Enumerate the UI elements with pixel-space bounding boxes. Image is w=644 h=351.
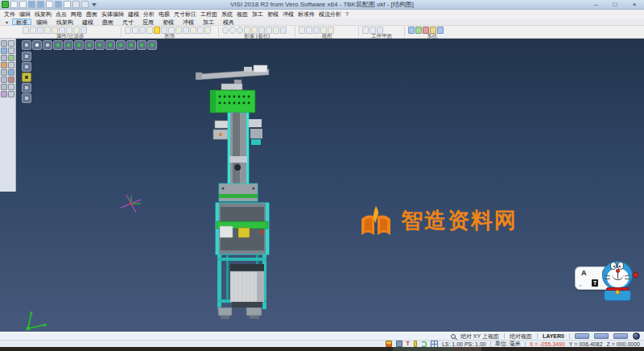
view-left-icon[interactable] <box>74 40 84 50</box>
menu-item[interactable]: 建模 <box>128 10 139 19</box>
viewport-canvas[interactable]: 智造资料网 A ☾ T <box>0 39 644 332</box>
menu-item[interactable]: 冲模 <box>283 10 294 19</box>
palette-icon[interactable] <box>1 62 7 68</box>
view-front-icon[interactable] <box>53 40 63 50</box>
view-status[interactable]: 绝对视图 <box>510 332 532 341</box>
system-icon[interactable] <box>437 27 444 34</box>
display-toggle-icon[interactable] <box>22 93 31 103</box>
tab-tooling[interactable]: 模具 <box>219 19 238 25</box>
palette-icon[interactable] <box>1 91 7 97</box>
zoom-icon[interactable] <box>299 27 305 34</box>
toolbar-icon[interactable] <box>190 27 196 34</box>
tab-standard[interactable]: 标准 <box>12 19 31 25</box>
view-back-icon[interactable] <box>64 40 73 50</box>
palette-icon[interactable] <box>1 47 7 54</box>
palette-icon[interactable] <box>8 62 14 68</box>
toolbar-icon[interactable] <box>147 27 153 34</box>
shading-mode-icon[interactable] <box>222 27 229 34</box>
toolbar-icon[interactable] <box>273 27 279 34</box>
palette-icon[interactable] <box>8 76 14 83</box>
palette-icon[interactable] <box>1 69 7 76</box>
tab-surface[interactable]: 曲面 <box>98 19 118 25</box>
toolbar-icon-active[interactable] <box>154 27 160 34</box>
view-iso-icon[interactable] <box>116 40 126 50</box>
palette-icon[interactable] <box>1 40 7 47</box>
refresh-icon[interactable] <box>421 341 427 347</box>
tab-machining[interactable]: 加工 <box>199 19 218 25</box>
view-top-icon[interactable] <box>32 40 42 50</box>
display-toggle-icon-active[interactable] <box>22 72 31 82</box>
toolbar-icon[interactable] <box>23 27 29 34</box>
palette-icon[interactable] <box>8 84 14 90</box>
toolbar-icon[interactable] <box>183 27 189 34</box>
minimize-button[interactable]: – <box>586 0 605 10</box>
palette-icon[interactable] <box>8 91 14 97</box>
pan-icon[interactable] <box>313 27 320 34</box>
search-icon[interactable] <box>451 334 456 339</box>
palette-icon[interactable] <box>1 84 7 90</box>
view-right-icon[interactable] <box>85 40 94 50</box>
view-iso-icon[interactable] <box>137 40 147 50</box>
menu-item[interactable]: 尺寸标注 <box>174 10 196 19</box>
menu-item[interactable]: ? <box>345 11 349 17</box>
snap-mode-icon[interactable] <box>386 341 392 347</box>
layer-indicator[interactable]: LAYER0 <box>543 333 564 339</box>
close-button[interactable]: × <box>625 0 644 10</box>
text-mode-icon[interactable]: T <box>407 341 410 347</box>
menu-item[interactable]: 文件 <box>4 10 15 19</box>
menu-item[interactable]: 编辑 <box>19 10 31 19</box>
tab-wireframe[interactable]: 线架构 <box>52 19 77 25</box>
menu-item[interactable]: 工程图 <box>200 10 217 19</box>
palette-icon[interactable] <box>8 47 14 54</box>
toolbar-icon[interactable] <box>44 27 51 34</box>
menu-item[interactable]: 加工 <box>252 10 263 19</box>
toolbar-icon[interactable] <box>30 27 36 34</box>
display-toggle-icon[interactable] <box>22 83 31 93</box>
menu-item[interactable]: 电极 <box>159 10 170 19</box>
palette-icon[interactable] <box>8 55 14 61</box>
tab-edit[interactable]: 编辑 <box>32 19 52 25</box>
shading-mode-icon[interactable] <box>229 27 236 34</box>
tab-application[interactable]: 应用 <box>138 19 158 25</box>
menu-item[interactable]: 分析 <box>143 10 155 19</box>
menu-item[interactable]: 网格 <box>71 10 82 19</box>
system-icon[interactable] <box>408 27 415 34</box>
tab-progress[interactable]: 冲模 <box>179 19 198 25</box>
tab-mould[interactable]: 塑模 <box>159 19 178 25</box>
tab-modeling[interactable]: 建模 <box>78 19 97 25</box>
menu-item[interactable]: 模流分析 <box>319 10 341 19</box>
toolbar-icon[interactable] <box>197 27 204 34</box>
toolbar-icon[interactable] <box>204 27 211 34</box>
palette-icon[interactable] <box>1 55 7 61</box>
menu-item[interactable]: 视图 <box>237 10 248 19</box>
tab-overflow-caret-icon[interactable]: ▾ <box>2 19 11 25</box>
toolbar-icon[interactable] <box>280 27 287 34</box>
menu-item[interactable]: 塑模 <box>267 10 279 19</box>
tab-dimension[interactable]: 尺寸 <box>118 19 138 25</box>
transport-icon[interactable] <box>396 341 402 347</box>
ruler-icon[interactable] <box>414 341 417 347</box>
display-toggle-icon[interactable] <box>22 62 31 72</box>
view-bottom-icon[interactable] <box>43 40 52 50</box>
toolbar-icon[interactable] <box>175 27 182 34</box>
display-toggle-icon[interactable] <box>22 52 31 61</box>
menu-item[interactable]: 点云 <box>56 10 67 19</box>
view-iso-icon[interactable] <box>105 40 115 50</box>
workplane-icon[interactable] <box>362 27 369 34</box>
workplane-status[interactable]: 绝对 XY 上视图 <box>460 332 499 341</box>
menu-item[interactable]: 系统 <box>221 10 233 19</box>
view-iso-icon[interactable] <box>95 40 105 50</box>
render-sphere-icon[interactable] <box>633 332 640 340</box>
maximize-button[interactable]: □ <box>605 0 625 10</box>
menu-item[interactable]: 标准件 <box>298 10 315 19</box>
menu-item[interactable]: 线架构 <box>35 10 52 19</box>
toolbar-icon[interactable] <box>139 27 146 34</box>
view-iso-icon[interactable] <box>126 40 136 50</box>
view-iso-icon[interactable] <box>147 40 157 50</box>
palette-icon[interactable] <box>8 40 14 47</box>
menu-item[interactable]: 曲面 <box>86 10 97 19</box>
palette-icon[interactable] <box>1 76 7 83</box>
palette-icon[interactable] <box>8 69 14 76</box>
viewport-layout-icon[interactable] <box>22 40 31 50</box>
toolbar-icon[interactable] <box>132 27 138 34</box>
